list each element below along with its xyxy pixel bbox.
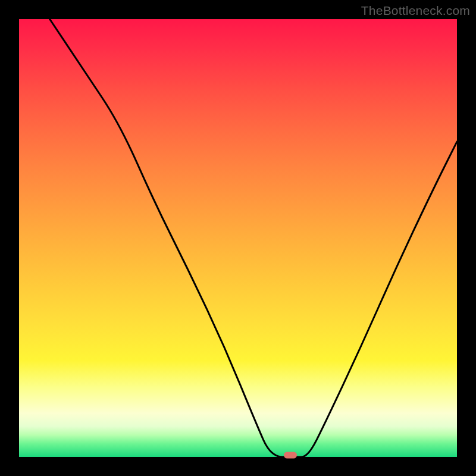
marker-pill [284,452,297,459]
chart-frame: TheBottleneck.com [0,0,476,476]
bottleneck-curve [19,19,457,457]
plot-area [19,19,457,457]
attribution-text: TheBottleneck.com [361,4,470,18]
